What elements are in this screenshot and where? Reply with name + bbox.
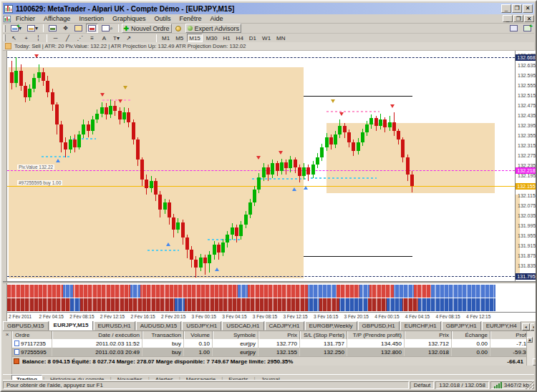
child-minimize-button[interactable]: _ xyxy=(503,15,513,22)
column-header[interactable]: Prix xyxy=(405,331,452,339)
column-header[interactable]: Symbole xyxy=(213,331,258,339)
candle xyxy=(217,245,221,253)
chart-tab-eurjpy-h4[interactable]: EURJPY,H4 xyxy=(482,321,521,330)
scroll-up-icon[interactable]: ▲ xyxy=(527,337,533,343)
hline-tool[interactable]: ─ xyxy=(50,34,61,43)
menu-affichage[interactable]: Affichage xyxy=(39,14,74,23)
minimize-button[interactable]: _ xyxy=(501,4,511,13)
signal-arrow-up xyxy=(292,187,296,191)
text-tool[interactable]: A xyxy=(99,34,110,43)
new-order-button[interactable]: ✚Nouvel Ordre xyxy=(122,24,172,33)
timeframe-m30[interactable]: M30 xyxy=(204,34,220,42)
price-axis[interactable]: 132.675132.635132.595132.555132.515132.4… xyxy=(515,51,537,281)
chart-tab-gbpjpy-h1[interactable]: GBPJPY,H1 xyxy=(442,321,481,330)
terminal-close-icon[interactable]: × xyxy=(6,331,9,338)
timeframe-h1[interactable]: H1 xyxy=(221,34,232,42)
order-cell: 132.250 xyxy=(300,348,347,356)
metaeditor-button[interactable] xyxy=(173,24,184,33)
candle xyxy=(266,167,270,175)
price-chart[interactable]: Piv.Value 132.22#97255595 buy 1.00 xyxy=(7,51,515,281)
vline-tool[interactable]: ╎ xyxy=(33,34,44,43)
navigator-button[interactable]: ✥ xyxy=(60,24,71,33)
data-window-button[interactable]: ⌕ xyxy=(100,24,115,33)
chart-tab-eurusd-h1[interactable]: EURUSD,H1 xyxy=(94,321,135,330)
column-header[interactable]: S/L (Stop Perte) xyxy=(300,331,347,339)
column-header[interactable]: Volume xyxy=(184,331,213,339)
candle xyxy=(352,142,355,151)
candle xyxy=(325,137,329,147)
time-axis-label: 2 Fév 16:15 xyxy=(130,314,155,319)
chart-shift-button[interactable] xyxy=(86,24,98,33)
column-header[interactable]: Ordre xyxy=(12,331,52,339)
column-header[interactable]: Échange xyxy=(452,331,490,339)
tabs-scroll-left-icon[interactable]: ◂ xyxy=(522,323,530,330)
resize-grip-icon[interactable] xyxy=(526,381,534,389)
timeframe-m1[interactable]: M1 xyxy=(160,34,172,42)
close-button[interactable]: ✕ xyxy=(523,4,533,13)
column-header[interactable]: Transaction xyxy=(142,331,184,339)
terminal-scrollbar[interactable]: ▲ ▼ xyxy=(526,331,534,366)
chart-tab-gbpusd-h1[interactable]: GBPUSD,H1 xyxy=(358,321,400,330)
trendline-tool[interactable]: ╱ xyxy=(62,34,73,43)
toolbar-grip[interactable] xyxy=(4,25,6,32)
time-axis[interactable]: 2 Fév 20112 Fév 04:152 Fév 08:152 Fév 12… xyxy=(7,312,537,321)
candle xyxy=(294,160,297,167)
chart-tab-usdcad-h1[interactable]: USDCAD,H1 xyxy=(222,321,263,330)
order-row[interactable]: 972555952011.02.03 20:49buy1.00eurjpy132… xyxy=(12,348,526,356)
timeframe-w1[interactable]: W1 xyxy=(260,34,273,42)
candle xyxy=(176,222,180,230)
candle xyxy=(51,92,54,104)
chart-tab-eurjpy-m15[interactable]: EURJPY,M15 xyxy=(49,321,93,330)
timeframe-m5[interactable]: M5 xyxy=(173,34,185,42)
timeframe-m15[interactable]: M15 xyxy=(187,34,203,42)
timeframe-h4[interactable]: H4 xyxy=(234,34,246,42)
chart-tab-audusd-m15[interactable]: AUDUSD,M15 xyxy=(136,321,182,330)
chart-tab-eurchf-h1[interactable]: EURCHF,H1 xyxy=(400,321,441,330)
child-close-button[interactable]: ✕ xyxy=(524,15,534,22)
order-row[interactable]: 971172352011.02.03 11:52buy0.10eurjpy132… xyxy=(12,339,526,348)
tile-windows-icon[interactable] xyxy=(508,24,520,33)
column-header[interactable]: Date / exécution xyxy=(52,331,142,339)
profiles-button[interactable]: ▾ xyxy=(25,24,40,33)
signal-arrow-down xyxy=(339,112,344,116)
menu-fenêtre[interactable]: Fenêtre xyxy=(175,14,205,23)
menu-aide[interactable]: Aide xyxy=(206,14,228,23)
candle xyxy=(226,235,229,242)
column-header[interactable]: Prix xyxy=(258,331,300,339)
cursor-tool[interactable]: ↖ xyxy=(9,34,19,43)
expert-advisors-button[interactable]: Expert Advisors xyxy=(185,24,242,33)
chart-child-icon xyxy=(4,15,11,21)
new-chart-button[interactable]: ▾ xyxy=(9,24,24,33)
price-axis-label: 132.075 xyxy=(518,203,536,208)
time-axis-label: 3 Fév 00:15 xyxy=(192,314,216,319)
column-header[interactable]: T/P (Prendre profit) xyxy=(347,331,405,339)
cascade-windows-icon[interactable] xyxy=(521,24,533,33)
crosshair-tool[interactable]: + xyxy=(21,34,32,43)
timeframe-d1[interactable]: D1 xyxy=(247,34,258,42)
menu-insertion[interactable]: Insertion xyxy=(74,14,108,23)
restore-button[interactable]: ❐ xyxy=(512,4,522,13)
arrows-tool[interactable]: ↗ xyxy=(123,34,134,43)
menu-graphiques[interactable]: Graphiques xyxy=(108,14,150,23)
chart-tab-cadjpy-h1[interactable]: CADJPY,H1 xyxy=(265,321,304,330)
candle xyxy=(105,107,108,114)
toolbar-grip2[interactable] xyxy=(4,34,6,41)
title-bar[interactable]: 1100629: MetaTrader - Alpari UK - Compte… xyxy=(3,3,534,14)
channels-tool[interactable]: ≡ xyxy=(87,34,97,43)
child-restore-button[interactable]: ❐ xyxy=(513,15,523,22)
fibonacci-tool[interactable]: ⋰ xyxy=(74,34,85,43)
menu-outils[interactable]: Outils xyxy=(150,14,175,23)
timeframe-mn[interactable]: MN xyxy=(274,34,287,42)
pivot-line xyxy=(7,170,515,171)
scroll-down-icon[interactable]: ▼ xyxy=(533,358,537,366)
menu-fichier[interactable]: Fichier xyxy=(11,14,39,23)
chart-tab-gbpusd-m15[interactable]: GBPUSD,M15 xyxy=(3,321,49,330)
chart-tab-eurgbp-weekly[interactable]: EURGBP,Weekly xyxy=(305,321,357,330)
terminal-button[interactable] xyxy=(72,24,84,33)
status-profile[interactable]: Défaut xyxy=(410,381,435,389)
chart-tab-usdjpy-h1[interactable]: USDJPY,H1 xyxy=(182,321,221,330)
tabs-scroll-right-icon[interactable]: ▸ xyxy=(531,323,534,330)
price-axis-label: 132.315 xyxy=(518,143,536,148)
label-tool[interactable]: T▾ xyxy=(111,34,122,43)
market-watch-button[interactable] xyxy=(47,24,59,33)
